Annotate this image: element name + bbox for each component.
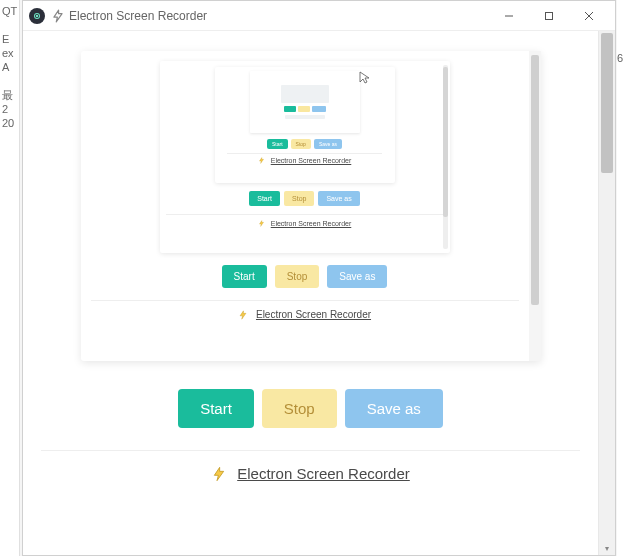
- footer-link[interactable]: Electron Screen Recorder: [238, 309, 371, 320]
- start-button[interactable]: Start: [178, 389, 254, 428]
- save-as-button[interactable]: Save as: [327, 265, 387, 288]
- maximize-button[interactable]: [529, 2, 569, 30]
- stop-button[interactable]: Stop: [284, 191, 314, 206]
- footer-link-text: Electron Screen Recorder: [256, 309, 371, 320]
- lightning-icon: [258, 220, 265, 227]
- lightning-icon: [211, 466, 227, 482]
- footer-link[interactable]: Electron Screen Recorder: [258, 157, 352, 164]
- app-content: Start Stop Save as Electron Screen Recor…: [23, 31, 598, 555]
- scrollbar-thumb[interactable]: [601, 33, 613, 173]
- footer-link-text: Electron Screen Recorder: [237, 465, 410, 482]
- cursor-icon: [359, 71, 371, 85]
- divider: [166, 214, 444, 215]
- stop-button[interactable]: Stop: [262, 389, 337, 428]
- main-scrollbar[interactable]: ▴ ▾: [598, 31, 615, 555]
- stop-button[interactable]: Stop: [291, 139, 311, 149]
- footer-link[interactable]: Electron Screen Recorder: [258, 220, 352, 227]
- preview-nested-1: Start Stop Save as Electron Screen Recor…: [160, 61, 450, 253]
- lightning-icon: [238, 310, 248, 320]
- app-window: Electron Screen Recorder: [22, 0, 616, 556]
- scrollbar: [443, 65, 448, 249]
- stop-button[interactable]: Stop: [275, 265, 320, 288]
- preview-nested-2: Start Stop Save as Electron Screen Recor…: [215, 67, 395, 183]
- minimize-button[interactable]: [489, 2, 529, 30]
- scroll-down-icon[interactable]: ▾: [599, 541, 615, 555]
- close-button[interactable]: [569, 2, 609, 30]
- lightning-icon: [258, 157, 265, 164]
- preview-nested-3: [250, 71, 360, 133]
- window-title: Electron Screen Recorder: [69, 9, 489, 23]
- divider: [41, 450, 580, 451]
- preview-thumbnail: [281, 85, 329, 103]
- lightning-icon: [51, 9, 65, 23]
- start-button[interactable]: Start: [267, 139, 288, 149]
- background-page-right: 6: [617, 0, 625, 556]
- footer-link[interactable]: Electron Screen Recorder: [211, 465, 410, 482]
- svg-rect-1: [546, 12, 553, 19]
- preview-scrollbar[interactable]: [529, 51, 541, 361]
- background-page-left: QT EexA 最220: [0, 0, 20, 556]
- titlebar: Electron Screen Recorder: [23, 1, 615, 31]
- footer-link-text: Electron Screen Recorder: [271, 220, 352, 227]
- start-button[interactable]: Start: [249, 191, 280, 206]
- save-as-button[interactable]: Save as: [345, 389, 443, 428]
- recording-preview: Start Stop Save as Electron Screen Recor…: [81, 51, 541, 361]
- divider: [227, 153, 382, 154]
- divider: [91, 300, 519, 301]
- electron-app-icon: [29, 8, 45, 24]
- start-button[interactable]: Start: [222, 265, 267, 288]
- footer-link-text: Electron Screen Recorder: [271, 157, 352, 164]
- window-controls: [489, 2, 609, 30]
- save-as-button[interactable]: Save as: [314, 139, 342, 149]
- save-as-button[interactable]: Save as: [318, 191, 359, 206]
